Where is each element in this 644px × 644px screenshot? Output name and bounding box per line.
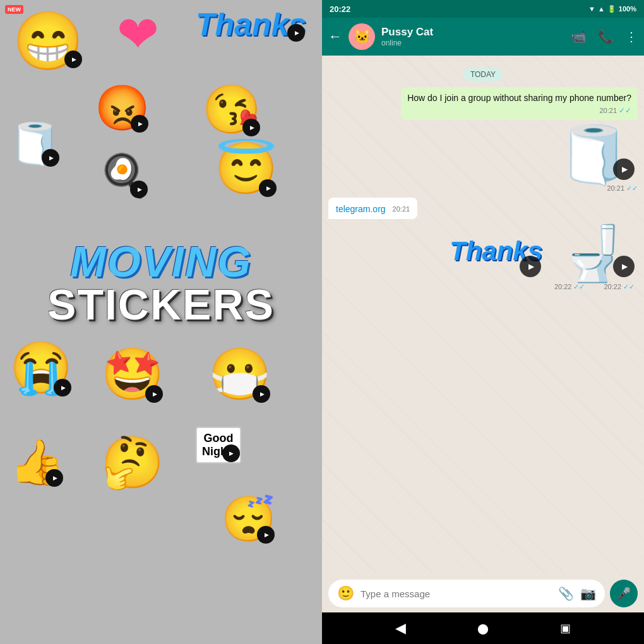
sticker-angry[interactable]: 😡: [95, 82, 150, 134]
message-1-meta: 20:21 ✓✓: [407, 106, 631, 115]
sticker-thanks-row: Thanks 🚽: [328, 227, 638, 280]
message-1-ticks: ✓✓: [619, 106, 631, 115]
link-time: 20:21: [393, 205, 410, 213]
throne-play[interactable]: [613, 256, 635, 277]
camera-icon[interactable]: 📷: [580, 586, 596, 601]
play-button-smiley[interactable]: [64, 51, 82, 68]
wifi-icon: ▼: [588, 5, 595, 13]
thanks-ticks: ✓✓: [573, 283, 585, 291]
sticker-kiss[interactable]: 😘: [202, 82, 261, 138]
status-time: 20:22: [330, 4, 350, 14]
sticker-heart[interactable]: ❤: [117, 9, 159, 60]
sticker-green-smiley[interactable]: 🤩: [101, 345, 164, 404]
stickers-title: STICKERS: [47, 283, 275, 326]
message-input[interactable]: [361, 588, 552, 599]
sticker-times-row: 20:22 ✓✓ 20:22 ✓✓: [328, 283, 638, 291]
mic-button[interactable]: 🎤: [610, 580, 638, 607]
title-section: MOVING STICKERS: [47, 240, 275, 326]
chat-area: TODAY How do I join a group without shar…: [322, 56, 644, 575]
play-button-kiss[interactable]: [242, 119, 260, 136]
message-1[interactable]: How do I join a group without sharing my…: [401, 87, 638, 120]
contact-avatar[interactable]: 🐱: [349, 23, 375, 50]
message-1-time: 20:21: [599, 107, 617, 114]
sticker-angel[interactable]: 😇: [215, 139, 278, 198]
mic-icon: 🎤: [617, 587, 631, 600]
play-button-egg[interactable]: [130, 181, 148, 198]
right-panel: 20:22 ▼ ▲ 🔋 100% ← 🐱 Pussy Cat online 📹 …: [322, 0, 644, 644]
attach-icon[interactable]: 📎: [558, 586, 574, 601]
nav-recent-icon[interactable]: ▣: [560, 621, 571, 635]
more-options-icon[interactable]: ⋮: [625, 29, 638, 44]
link-text: telegram.org: [336, 204, 386, 214]
contact-name: Pussy Cat: [381, 26, 564, 39]
sticker-ghost[interactable]: 😭: [9, 338, 73, 398]
message-1-wrap: How do I join a group without sharing my…: [328, 87, 638, 122]
thanks-time: 20:22: [554, 283, 572, 290]
status-bar: 20:22 ▼ ▲ 🔋 100%: [322, 0, 644, 18]
contact-status: online: [381, 39, 564, 47]
throne-time: 20:22: [604, 283, 621, 290]
nav-home-icon[interactable]: ⬤: [477, 623, 489, 635]
throne-ticks: ✓✓: [623, 283, 635, 291]
play-button-green-smiley[interactable]: [145, 385, 163, 403]
sticker-msg-1[interactable]: 🧻: [549, 126, 638, 183]
contact-info[interactable]: Pussy Cat online: [381, 26, 564, 47]
input-area: 🙂 📎 📷 🎤: [322, 575, 644, 612]
sticker-thanks-left[interactable]: Thanks: [196, 6, 306, 43]
message-1-text: How do I join a group without sharing my…: [407, 92, 631, 105]
chat-header: ← 🐱 Pussy Cat online 📹 📞 ⋮: [322, 18, 644, 56]
video-call-icon[interactable]: 📹: [571, 29, 587, 44]
message-input-wrap[interactable]: 🙂 📎 📷: [328, 580, 605, 607]
battery-icon: 🔋: [607, 5, 616, 13]
thanks-play[interactable]: [520, 256, 541, 277]
play-button-ghost[interactable]: [54, 379, 71, 397]
sticker-throne-msg[interactable]: 🚽: [549, 227, 638, 280]
chat-content: TODAY How do I join a group without shar…: [328, 68, 638, 291]
signal-icon: ▲: [598, 5, 605, 13]
play-button-mask[interactable]: [253, 385, 270, 403]
emoji-icon[interactable]: 🙂: [337, 585, 354, 602]
play-button-angry[interactable]: [131, 115, 148, 133]
sticker-thumbs[interactable]: 👍: [9, 436, 64, 488]
sticker-sleepy[interactable]: 😴: [221, 493, 276, 545]
link-msg-wrap: telegram.org 20:21: [328, 198, 638, 222]
sticker-msg-1-wrap: 🧻: [328, 126, 638, 183]
play-button-goodnight[interactable]: [222, 444, 240, 462]
play-button-sleepy[interactable]: [257, 526, 275, 544]
moving-title: MOVING: [47, 240, 275, 283]
play-button-thumbs[interactable]: [45, 469, 63, 487]
play-button-angel[interactable]: [259, 179, 277, 197]
link-msg[interactable]: telegram.org 20:21: [328, 198, 417, 219]
date-divider: TODAY: [328, 68, 638, 81]
nav-bar: ◀ ⬤ ▣: [322, 612, 644, 644]
sticker-bottom-area: 😭 🤩 😷 👍 🤔 Good Night!: [0, 332, 322, 547]
play-button-roll[interactable]: [42, 149, 59, 167]
nav-back-icon[interactable]: ◀: [395, 620, 406, 636]
sticker-top-area: 😁 ❤ Thanks 😡 😘 🧻 🍳: [0, 0, 322, 253]
battery-text: 100%: [619, 5, 636, 13]
left-panel: NEW 😁 ❤ Thanks 😡 😘 🧻: [0, 0, 322, 644]
header-actions: 📹 📞 ⋮: [571, 29, 638, 44]
sticker-egg[interactable]: 🍳: [98, 152, 149, 200]
sticker-mask[interactable]: 😷: [208, 345, 271, 404]
back-button[interactable]: ←: [328, 28, 342, 45]
sticker-thinking[interactable]: 🤔: [101, 433, 164, 492]
sticker-msg-1-play[interactable]: [613, 158, 635, 180]
status-icons: ▼ ▲ 🔋 100%: [588, 5, 636, 13]
new-badge: NEW: [5, 5, 23, 14]
sticker-smiley[interactable]: 😁: [13, 13, 83, 69]
play-button-thanks[interactable]: [287, 24, 305, 42]
sticker-toilet-roll[interactable]: 🧻: [9, 120, 61, 168]
voice-call-icon[interactable]: 📞: [598, 29, 614, 44]
sticker-thanks-msg[interactable]: Thanks: [446, 227, 544, 280]
date-badge: TODAY: [464, 68, 502, 81]
sticker-goodnight[interactable]: Good Night!: [196, 427, 241, 463]
